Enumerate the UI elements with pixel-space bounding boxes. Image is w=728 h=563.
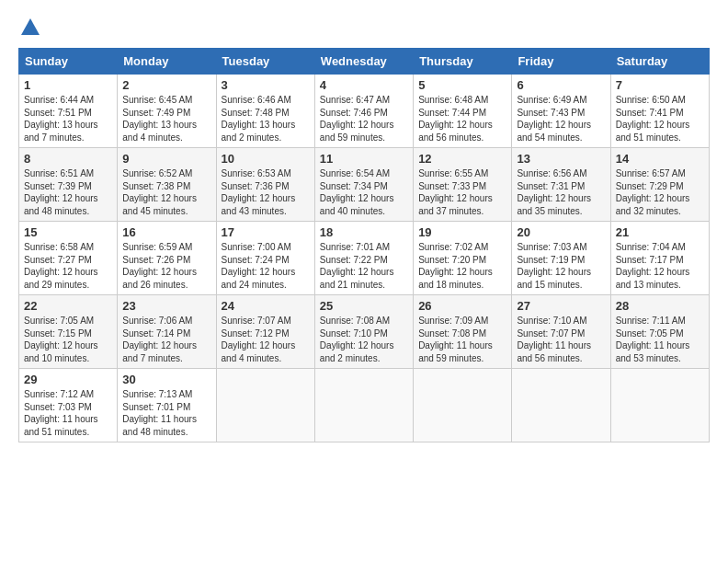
calendar-week-row: 22Sunrise: 7:05 AMSunset: 7:15 PMDayligh… bbox=[19, 295, 710, 369]
calendar-day-cell: 28Sunrise: 7:11 AMSunset: 7:05 PMDayligh… bbox=[610, 295, 709, 369]
day-number: 2 bbox=[122, 78, 210, 92]
day-number: 15 bbox=[24, 225, 112, 239]
day-number: 26 bbox=[418, 299, 506, 313]
weekday-header-cell: Tuesday bbox=[216, 49, 314, 75]
day-info: Sunrise: 7:07 AMSunset: 7:12 PMDaylight:… bbox=[222, 315, 310, 364]
day-info: Sunrise: 7:03 AMSunset: 7:19 PMDaylight:… bbox=[517, 241, 605, 291]
day-number: 24 bbox=[222, 299, 310, 313]
calendar-day-cell: 14Sunrise: 6:57 AMSunset: 7:29 PMDayligh… bbox=[610, 148, 709, 222]
day-number: 23 bbox=[122, 299, 210, 313]
day-number: 30 bbox=[122, 373, 210, 386]
calendar-day-cell: 16Sunrise: 6:59 AMSunset: 7:26 PMDayligh… bbox=[118, 222, 216, 295]
weekday-header-cell: Sunday bbox=[19, 49, 118, 75]
weekday-header-cell: Friday bbox=[512, 49, 610, 75]
calendar-day-cell: 24Sunrise: 7:07 AMSunset: 7:12 PMDayligh… bbox=[216, 295, 314, 369]
day-info: Sunrise: 7:01 AMSunset: 7:22 PMDaylight:… bbox=[320, 241, 408, 291]
day-info: Sunrise: 6:48 AMSunset: 7:44 PMDaylight:… bbox=[418, 94, 506, 144]
calendar-day-cell bbox=[414, 369, 512, 442]
day-info: Sunrise: 6:56 AMSunset: 7:31 PMDaylight:… bbox=[517, 167, 605, 217]
calendar-day-cell: 7Sunrise: 6:50 AMSunset: 7:41 PMDaylight… bbox=[610, 75, 709, 148]
calendar-day-cell: 27Sunrise: 7:10 AMSunset: 7:07 PMDayligh… bbox=[512, 295, 610, 369]
day-info: Sunrise: 6:59 AMSunset: 7:26 PMDaylight:… bbox=[122, 241, 210, 291]
day-number: 4 bbox=[320, 78, 408, 92]
calendar-day-cell: 13Sunrise: 6:56 AMSunset: 7:31 PMDayligh… bbox=[512, 148, 610, 222]
weekday-header-cell: Monday bbox=[118, 49, 216, 75]
day-number: 5 bbox=[418, 78, 506, 92]
calendar-week-row: 29Sunrise: 7:12 AMSunset: 7:03 PMDayligh… bbox=[19, 369, 710, 442]
calendar-week-row: 1Sunrise: 6:44 AMSunset: 7:51 PMDaylight… bbox=[19, 75, 710, 148]
day-info: Sunrise: 7:04 AMSunset: 7:17 PMDaylight:… bbox=[616, 241, 704, 291]
page-header bbox=[18, 18, 710, 39]
day-info: Sunrise: 7:08 AMSunset: 7:10 PMDaylight:… bbox=[320, 315, 408, 364]
calendar-day-cell: 15Sunrise: 6:58 AMSunset: 7:27 PMDayligh… bbox=[19, 222, 118, 295]
calendar-day-cell: 25Sunrise: 7:08 AMSunset: 7:10 PMDayligh… bbox=[314, 295, 413, 369]
calendar-day-cell: 12Sunrise: 6:55 AMSunset: 7:33 PMDayligh… bbox=[414, 148, 512, 222]
day-number: 13 bbox=[517, 152, 605, 166]
calendar-week-row: 15Sunrise: 6:58 AMSunset: 7:27 PMDayligh… bbox=[19, 222, 710, 295]
calendar-body: 1Sunrise: 6:44 AMSunset: 7:51 PMDaylight… bbox=[19, 75, 710, 442]
calendar-day-cell: 18Sunrise: 7:01 AMSunset: 7:22 PMDayligh… bbox=[314, 222, 413, 295]
logo bbox=[18, 18, 40, 39]
day-number: 25 bbox=[320, 299, 408, 313]
calendar-day-cell: 9Sunrise: 6:52 AMSunset: 7:38 PMDaylight… bbox=[118, 148, 216, 222]
day-number: 17 bbox=[222, 225, 310, 239]
day-info: Sunrise: 7:09 AMSunset: 7:08 PMDaylight:… bbox=[418, 315, 506, 364]
day-info: Sunrise: 6:57 AMSunset: 7:29 PMDaylight:… bbox=[616, 167, 704, 217]
day-number: 20 bbox=[517, 225, 605, 239]
day-number: 27 bbox=[517, 299, 605, 313]
day-number: 11 bbox=[320, 152, 408, 166]
calendar-day-cell bbox=[314, 369, 413, 442]
day-info: Sunrise: 6:47 AMSunset: 7:46 PMDaylight:… bbox=[320, 94, 408, 144]
day-info: Sunrise: 6:53 AMSunset: 7:36 PMDaylight:… bbox=[222, 167, 310, 217]
day-info: Sunrise: 7:06 AMSunset: 7:14 PMDaylight:… bbox=[122, 315, 210, 364]
calendar-day-cell: 29Sunrise: 7:12 AMSunset: 7:03 PMDayligh… bbox=[19, 369, 118, 442]
calendar-week-row: 8Sunrise: 6:51 AMSunset: 7:39 PMDaylight… bbox=[19, 148, 710, 222]
calendar-day-cell bbox=[216, 369, 314, 442]
day-info: Sunrise: 6:51 AMSunset: 7:39 PMDaylight:… bbox=[24, 167, 112, 217]
calendar-day-cell: 2Sunrise: 6:45 AMSunset: 7:49 PMDaylight… bbox=[118, 75, 216, 148]
logo-icon bbox=[21, 18, 40, 35]
calendar-day-cell: 4Sunrise: 6:47 AMSunset: 7:46 PMDaylight… bbox=[314, 75, 413, 148]
day-info: Sunrise: 7:12 AMSunset: 7:03 PMDaylight:… bbox=[24, 388, 112, 438]
calendar-day-cell: 17Sunrise: 7:00 AMSunset: 7:24 PMDayligh… bbox=[216, 222, 314, 295]
day-info: Sunrise: 7:10 AMSunset: 7:07 PMDaylight:… bbox=[517, 315, 605, 364]
day-info: Sunrise: 7:13 AMSunset: 7:01 PMDaylight:… bbox=[122, 388, 210, 438]
calendar-day-cell: 19Sunrise: 7:02 AMSunset: 7:20 PMDayligh… bbox=[414, 222, 512, 295]
weekday-header-cell: Thursday bbox=[414, 49, 512, 75]
calendar-day-cell bbox=[610, 369, 709, 442]
calendar-day-cell: 8Sunrise: 6:51 AMSunset: 7:39 PMDaylight… bbox=[19, 148, 118, 222]
day-info: Sunrise: 6:50 AMSunset: 7:41 PMDaylight:… bbox=[616, 94, 704, 144]
day-number: 21 bbox=[616, 225, 704, 239]
day-number: 10 bbox=[222, 152, 310, 166]
calendar-day-cell bbox=[512, 369, 610, 442]
day-number: 8 bbox=[24, 152, 112, 166]
day-info: Sunrise: 6:52 AMSunset: 7:38 PMDaylight:… bbox=[122, 167, 210, 217]
day-info: Sunrise: 6:46 AMSunset: 7:48 PMDaylight:… bbox=[222, 94, 310, 144]
calendar-day-cell: 10Sunrise: 6:53 AMSunset: 7:36 PMDayligh… bbox=[216, 148, 314, 222]
day-number: 1 bbox=[24, 78, 112, 92]
day-info: Sunrise: 6:49 AMSunset: 7:43 PMDaylight:… bbox=[517, 94, 605, 144]
calendar-table: SundayMondayTuesdayWednesdayThursdayFrid… bbox=[18, 48, 710, 442]
calendar-day-cell: 30Sunrise: 7:13 AMSunset: 7:01 PMDayligh… bbox=[118, 369, 216, 442]
calendar-day-cell: 1Sunrise: 6:44 AMSunset: 7:51 PMDaylight… bbox=[19, 75, 118, 148]
day-number: 16 bbox=[122, 225, 210, 239]
calendar-day-cell: 26Sunrise: 7:09 AMSunset: 7:08 PMDayligh… bbox=[414, 295, 512, 369]
day-number: 28 bbox=[616, 299, 704, 313]
calendar-day-cell: 6Sunrise: 6:49 AMSunset: 7:43 PMDaylight… bbox=[512, 75, 610, 148]
day-info: Sunrise: 6:44 AMSunset: 7:51 PMDaylight:… bbox=[24, 94, 112, 144]
calendar-day-cell: 23Sunrise: 7:06 AMSunset: 7:14 PMDayligh… bbox=[118, 295, 216, 369]
day-info: Sunrise: 7:02 AMSunset: 7:20 PMDaylight:… bbox=[418, 241, 506, 291]
calendar-day-cell: 22Sunrise: 7:05 AMSunset: 7:15 PMDayligh… bbox=[19, 295, 118, 369]
day-info: Sunrise: 7:00 AMSunset: 7:24 PMDaylight:… bbox=[222, 241, 310, 291]
day-number: 3 bbox=[222, 78, 310, 92]
weekday-header-cell: Saturday bbox=[610, 49, 709, 75]
day-number: 9 bbox=[122, 152, 210, 166]
calendar-day-cell: 3Sunrise: 6:46 AMSunset: 7:48 PMDaylight… bbox=[216, 75, 314, 148]
day-info: Sunrise: 7:05 AMSunset: 7:15 PMDaylight:… bbox=[24, 315, 112, 364]
weekday-header-cell: Wednesday bbox=[314, 49, 413, 75]
day-number: 7 bbox=[616, 78, 704, 92]
day-number: 19 bbox=[418, 225, 506, 239]
calendar-day-cell: 20Sunrise: 7:03 AMSunset: 7:19 PMDayligh… bbox=[512, 222, 610, 295]
day-info: Sunrise: 6:45 AMSunset: 7:49 PMDaylight:… bbox=[122, 94, 210, 144]
day-info: Sunrise: 6:58 AMSunset: 7:27 PMDaylight:… bbox=[24, 241, 112, 291]
